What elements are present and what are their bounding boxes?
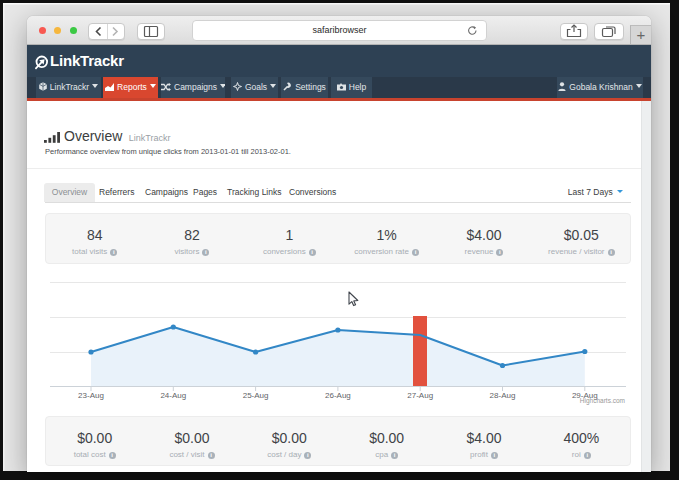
svg-text:24-Aug: 24-Aug [160, 391, 186, 400]
svg-text:26-Aug: 26-Aug [325, 391, 351, 400]
svg-text:27-Aug: 27-Aug [407, 391, 433, 400]
svg-text:Highcharts.com: Highcharts.com [580, 397, 625, 405]
svg-text:28-Aug: 28-Aug [490, 391, 516, 400]
svg-text:25-Aug: 25-Aug [243, 391, 269, 400]
svg-text:23-Aug: 23-Aug [78, 391, 104, 400]
